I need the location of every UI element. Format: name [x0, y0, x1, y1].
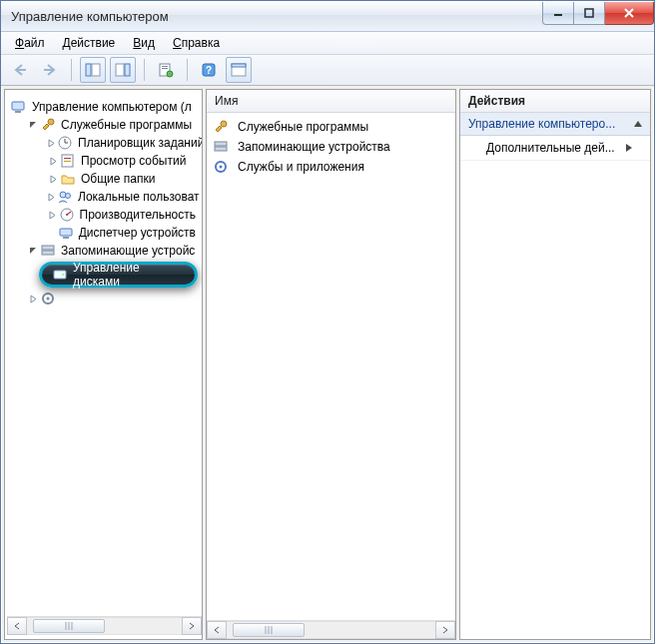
collapse-icon[interactable]: [27, 245, 39, 257]
expand-icon[interactable]: [47, 137, 56, 149]
svg-rect-8: [162, 68, 168, 69]
tree-device-manager[interactable]: Диспетчер устройств: [9, 224, 202, 242]
expand-icon[interactable]: [47, 155, 59, 167]
svg-rect-35: [215, 147, 227, 151]
properties-button[interactable]: [153, 57, 179, 83]
arrow-back-icon: [12, 63, 28, 77]
tree-performance[interactable]: Производительность: [9, 206, 202, 224]
tree-local-users[interactable]: Локальные пользоват: [9, 188, 202, 206]
tree-hscroll[interactable]: [7, 616, 202, 635]
expand-icon[interactable]: [47, 191, 56, 203]
help-button[interactable]: ?: [196, 57, 222, 83]
folder-share-icon: [60, 171, 76, 187]
tree-system-tools[interactable]: Служебные программы: [9, 116, 202, 134]
tree-label: Управление компьютером (л: [30, 100, 194, 114]
refresh-button[interactable]: [226, 57, 252, 83]
list-body[interactable]: Служебные программы Запоминающие устройс…: [207, 113, 455, 620]
svg-rect-29: [54, 271, 66, 279]
services-icon: [213, 159, 229, 175]
svg-text:?: ?: [206, 65, 212, 76]
list-item[interactable]: Запоминающие устройства: [213, 137, 449, 157]
tree-label: Диспетчер устройств: [77, 226, 198, 240]
actions-more[interactable]: Дополнительные дей...: [460, 136, 650, 161]
services-icon: [40, 291, 56, 307]
svg-rect-15: [15, 111, 21, 113]
svg-rect-26: [63, 237, 69, 239]
tools-icon: [40, 117, 56, 133]
titlebar[interactable]: Управление компьютером: [1, 1, 654, 32]
disk-icon: [52, 267, 68, 283]
tools-icon: [213, 119, 229, 135]
svg-point-37: [220, 166, 223, 169]
actions-header-label: Действия: [468, 94, 525, 108]
menu-action[interactable]: Действие: [55, 34, 124, 52]
tree-storage[interactable]: Запоминающие устройс: [9, 242, 202, 260]
tree-task-scheduler[interactable]: Планировщик заданий: [9, 134, 202, 152]
minimize-button[interactable]: [542, 2, 574, 25]
list-item-label: Служебные программы: [238, 120, 368, 134]
svg-rect-0: [554, 14, 562, 16]
close-icon: [623, 7, 635, 19]
svg-rect-3: [92, 64, 100, 76]
svg-point-16: [48, 119, 54, 125]
actions-pane: Действия Управление компьютеро... Дополн…: [459, 89, 651, 640]
tree-pane: Управление компьютером (л Служебные прог…: [4, 89, 203, 640]
close-button[interactable]: [605, 2, 654, 25]
show-actions-button[interactable]: [110, 57, 136, 83]
list-item-label: Запоминающие устройства: [238, 140, 390, 154]
maximize-button[interactable]: [574, 2, 605, 25]
actions-section-label: Управление компьютеро...: [468, 117, 615, 131]
scroll-left-button[interactable]: [7, 617, 27, 635]
menu-view[interactable]: Вид: [125, 34, 163, 52]
performance-icon: [59, 207, 75, 223]
tree-root[interactable]: Управление компьютером (л: [9, 98, 202, 116]
expand-spacer: [47, 227, 57, 239]
tree-label: Производительность: [78, 208, 198, 222]
scroll-right-button[interactable]: [182, 617, 202, 635]
svg-rect-25: [60, 229, 72, 236]
toolbar-separator: [71, 59, 72, 81]
list-item[interactable]: Служебные программы: [213, 117, 449, 137]
scroll-track[interactable]: [27, 617, 182, 635]
storage-icon: [213, 139, 229, 155]
menu-file[interactable]: Файл: [7, 34, 53, 52]
clock-icon: [57, 135, 73, 151]
tree-shared-folders[interactable]: Общие папки: [9, 170, 202, 188]
nav-forward-button[interactable]: [37, 57, 63, 83]
svg-point-30: [62, 274, 64, 276]
minimize-icon: [553, 8, 563, 18]
expand-icon[interactable]: [47, 173, 59, 185]
collapse-icon[interactable]: [27, 119, 39, 131]
list-header[interactable]: Имя: [207, 90, 455, 113]
list-hscroll[interactable]: [207, 620, 455, 639]
expand-icon[interactable]: [27, 293, 39, 305]
svg-point-21: [60, 192, 66, 198]
device-icon: [58, 225, 74, 241]
svg-point-22: [66, 194, 71, 199]
menubar: Файл Действие Вид Справка: [1, 32, 654, 55]
scroll-thumb[interactable]: [233, 623, 305, 637]
expand-icon[interactable]: [47, 209, 58, 221]
menu-help[interactable]: Справка: [165, 34, 228, 52]
nav-back-button[interactable]: [7, 57, 33, 83]
scroll-right-button[interactable]: [435, 621, 455, 639]
list-item[interactable]: Службы и приложения: [213, 157, 449, 177]
scroll-left-button[interactable]: [207, 621, 227, 639]
svg-point-9: [167, 71, 173, 77]
actions-section[interactable]: Управление компьютеро...: [460, 113, 650, 136]
tree-services-hidden[interactable]: ...: [9, 290, 202, 308]
properties-icon: [158, 62, 174, 78]
svg-rect-14: [12, 102, 24, 110]
svg-rect-20: [64, 161, 71, 162]
tree-disk-management-selected[interactable]: Управление дисками: [39, 262, 198, 288]
list-item-label: Службы и приложения: [238, 160, 364, 174]
tree-event-viewer[interactable]: Просмотр событий: [9, 152, 202, 170]
toolbar-separator: [144, 59, 145, 81]
scroll-thumb[interactable]: [33, 619, 105, 633]
list-pane-icon: [231, 63, 247, 77]
users-icon: [57, 189, 73, 205]
show-tree-button[interactable]: [80, 57, 106, 83]
tree-body[interactable]: Управление компьютером (л Служебные прог…: [7, 94, 202, 616]
client-area: Управление компьютером (л Служебные прог…: [1, 86, 654, 643]
scroll-track[interactable]: [227, 621, 435, 639]
